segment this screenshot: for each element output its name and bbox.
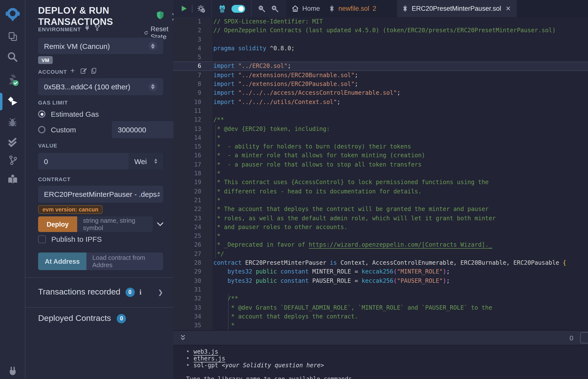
code-line-2[interactable]: 2// OpenZeppelin Contracts (last updated… — [173, 26, 588, 35]
git-branch-icon — [7, 155, 18, 166]
plug-icon — [7, 366, 18, 378]
at-address-button[interactable]: At Address — [38, 253, 86, 270]
info-icon[interactable]: i — [139, 288, 141, 296]
code-line-7[interactable]: 7import "../extensions/ERC20Burnable.sol… — [173, 71, 588, 80]
line-number: 26 — [173, 240, 201, 250]
contract-select[interactable]: ERC20PresetMinterPauser - .deps/ — [38, 186, 163, 203]
code-line-31[interactable]: 31 — [173, 285, 588, 294]
fork-environment-icon[interactable] — [94, 24, 101, 31]
code-line-24[interactable]: 24 * and pauser roles to other accounts. — [173, 223, 588, 232]
at-address-input[interactable]: Load contract from Addres — [86, 253, 163, 270]
tab-home[interactable]: Home — [287, 0, 325, 17]
code-line-20[interactable]: 20 * different roles - head to its docum… — [173, 187, 588, 196]
code-line-30[interactable]: 30 bytes32 public constant PAUSER_ROLE =… — [173, 276, 588, 285]
expand-deploy-icon[interactable] — [156, 220, 164, 228]
terminal-search-box[interactable] — [580, 332, 588, 343]
deploy-args-input[interactable]: string name, string symbol — [77, 216, 153, 232]
code-line-25[interactable]: 25 * — [173, 232, 588, 240]
environment-select[interactable]: Remix VM (Cancun) — [38, 38, 163, 54]
sidebar-item-search[interactable] — [0, 47, 25, 66]
code-line-32[interactable]: 32 /** — [173, 294, 588, 303]
deploy-button[interactable]: Deploy — [38, 216, 77, 232]
code-line-29[interactable]: 29 bytes32 public constant MINTER_ROLE =… — [173, 268, 588, 276]
remix-logo[interactable] — [0, 4, 25, 25]
close-tab-icon[interactable]: ✕ — [506, 5, 511, 12]
unit-testing-icon — [7, 136, 18, 148]
sidebar-item-plugin[interactable] — [0, 365, 25, 379]
line-number: 29 — [173, 268, 201, 276]
sidebar-item-unit-testing[interactable] — [0, 132, 25, 152]
code-line-6[interactable]: 6import "../ERC20.sol"; — [173, 62, 588, 71]
terminal-output[interactable]: •web3.js •ethers.js •sol-gpt <your Solid… — [173, 345, 588, 379]
code-line-33[interactable]: 33 * @dev Grants `DEFAULT_ADMIN_ROLE`, `… — [173, 303, 588, 312]
code-line-22[interactable]: 22 * The account that deploys the contra… — [173, 205, 588, 214]
code-line-21[interactable]: 21 * — [173, 196, 588, 205]
publish-ipfs-row[interactable]: Publish to IPFS — [38, 235, 102, 243]
copy-account-icon[interactable] — [91, 67, 97, 74]
run-script-button[interactable] — [180, 5, 187, 12]
expand-terminal-icon[interactable] — [180, 334, 186, 341]
zoom-in-icon[interactable] — [271, 4, 279, 13]
terminal-item-ethers[interactable]: •ethers.js — [186, 355, 225, 362]
code-line-35[interactable]: 35 * — [173, 321, 588, 330]
code-line-5[interactable]: 5 — [173, 53, 588, 62]
code-line-28[interactable]: 28contract ERC20PresetMinterPauser is Co… — [173, 258, 588, 268]
code-line-27[interactable]: 27 */ — [173, 249, 588, 258]
ipfs-checkbox[interactable] — [38, 235, 46, 243]
line-number: 34 — [173, 312, 201, 321]
add-account-icon[interactable]: + — [70, 66, 75, 75]
code-line-3[interactable]: 3 — [173, 35, 588, 44]
transactions-recorded-row[interactable]: Transactions recorded 0 i ❯ — [38, 287, 163, 297]
tab-newfile[interactable]: newfile.sol 2 — [324, 0, 381, 17]
edit-account-icon[interactable] — [80, 67, 87, 74]
code-line-34[interactable]: 34 * account that deploys the contract. — [173, 312, 588, 321]
code-line-13[interactable]: 13 * @dev {ERC20} token, including: — [173, 124, 588, 133]
unit-arrows-icon — [154, 159, 157, 164]
code-editor[interactable]: 1// SPDX-License-Identifier: MIT2// Open… — [173, 17, 588, 330]
custom-gas-radio[interactable]: Custom — [38, 126, 76, 134]
line-number: 21 — [173, 196, 201, 205]
plug-environment-icon[interactable] — [84, 24, 90, 31]
sidebar-item-file-explorer[interactable] — [0, 27, 25, 47]
sidebar-item-learneth[interactable] — [0, 170, 25, 189]
code-line-16[interactable]: 16 * - a minter role that allows for tok… — [173, 151, 588, 160]
code-line-9[interactable]: 9import "../../../access/AccessControlEn… — [173, 89, 588, 98]
ai-copilot-toggle[interactable] — [232, 5, 245, 13]
line-number: 30 — [173, 276, 201, 285]
code-line-18[interactable]: 18 * — [173, 169, 588, 178]
code-line-10[interactable]: 10import "../../../utils/Context.sol"; — [173, 97, 588, 107]
code-line-4[interactable]: 4pragma solidity ^0.8.0; — [173, 44, 588, 53]
terminal-footer-text: Type the library name to see available c… — [186, 376, 356, 379]
code-line-15[interactable]: 15 * - ability for holders to burn (dest… — [173, 142, 588, 151]
line-number: 22 — [173, 205, 201, 214]
estimated-gas-radio[interactable]: Estimated Gas — [38, 110, 99, 118]
sidebar-item-deploy-run[interactable] — [0, 92, 25, 111]
code-line-19[interactable]: 19 * This contract uses {AccessControl} … — [173, 178, 588, 187]
zoom-out-icon[interactable] — [257, 4, 266, 13]
code-line-11[interactable]: 11 — [173, 107, 588, 115]
account-select[interactable]: 0x5B3...eddC4 (100 ether) — [38, 78, 163, 95]
gas-limit-label: GAS LIMIT — [38, 100, 68, 106]
code-line-17[interactable]: 17 * - a pauser role that allows to stop… — [173, 160, 588, 169]
code-line-12[interactable]: 12/** — [173, 115, 588, 125]
code-line-8[interactable]: 8import "../extensions/ERC20Pausable.sol… — [173, 79, 588, 89]
tab-erc20presetminterpauser[interactable]: ERC20PresetMinterPauser.sol ✕ — [397, 0, 517, 17]
line-number: 35 — [173, 321, 201, 330]
expand-transactions-icon[interactable]: ❯ — [158, 288, 163, 296]
script-config-icon[interactable] — [197, 4, 206, 13]
sidebar-item-debugger[interactable] — [0, 112, 25, 132]
code-line-23[interactable]: 23 * roles, as well as the default admin… — [173, 214, 588, 223]
value-label: VALUE — [38, 142, 57, 148]
terminal-item-web3[interactable]: •web3.js — [186, 348, 218, 355]
ai-copilot-icon[interactable] — [218, 4, 227, 13]
line-number: 13 — [173, 124, 201, 133]
code-line-26[interactable]: 26 * _Deprecated in favor of https://wiz… — [173, 240, 588, 250]
code-line-14[interactable]: 14 * — [173, 133, 588, 142]
sidebar-item-solidity-compiler[interactable] — [0, 70, 25, 90]
value-input[interactable]: 0 — [38, 153, 128, 170]
sidebar-item-git[interactable] — [0, 150, 25, 170]
shield-icon[interactable] — [156, 11, 164, 19]
radio-unselected-icon — [38, 126, 46, 133]
code-line-1[interactable]: 1// SPDX-License-Identifier: MIT — [173, 17, 588, 26]
value-unit-select[interactable]: Wei — [128, 153, 163, 170]
